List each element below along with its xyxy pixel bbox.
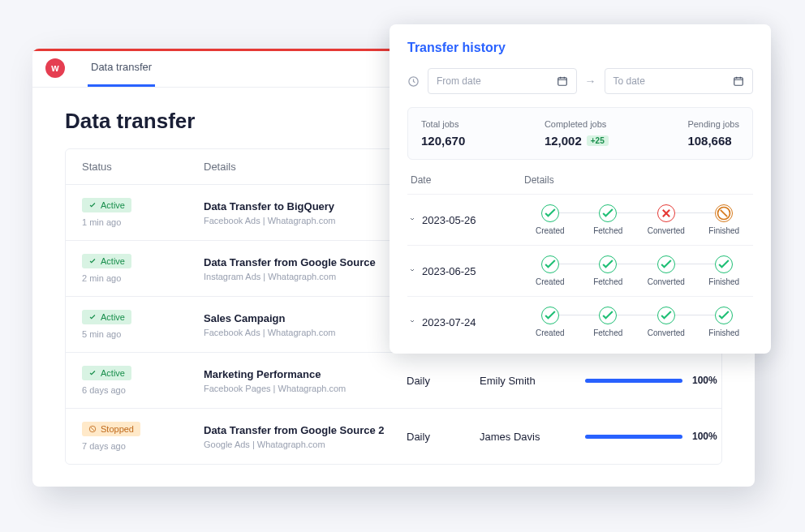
from-date-placeholder: From date [437,75,481,87]
clock-icon [407,75,420,88]
to-date-input[interactable]: To date [605,68,754,94]
chevron-down-icon[interactable] [407,315,422,329]
check-icon [599,204,617,222]
step-label: Created [536,277,565,286]
status-badge: Active [82,310,131,324]
status-ago: 2 min ago [82,273,121,283]
status-badge: Active [82,366,131,380]
history-header: Date Details [407,169,753,194]
svg-rect-3 [734,78,743,85]
step-label: Converted [648,328,685,337]
step-created: Created [521,255,579,286]
step-label: Finished [708,226,739,235]
row-progress: 100% [585,375,739,386]
stat-pending-label: Pending jobs [687,119,739,129]
chevron-down-icon[interactable] [407,264,422,278]
stat-pending-value: 108,668 [687,134,739,148]
history-col-details: Details [524,174,750,186]
status-badge: Stopped [82,422,140,436]
table-row[interactable]: Active6 days agoMarketing PerformanceFac… [66,352,721,408]
transfer-history-panel: Transfer history From date → To date Tot… [390,24,771,354]
stat-pending: Pending jobs 108,668 [687,119,739,148]
history-steps: CreatedFetchedConvertedFinished [521,255,753,286]
row-subtitle: Google Ads | Whatagraph.com [204,440,407,449]
status-ago: 7 days ago [82,441,126,451]
row-frequency: Daily [407,375,480,387]
row-title: Data Transfer from Google Source [204,256,407,268]
row-title: Data Transfer to BigQuery [204,200,407,212]
step-finished: Finished [695,307,754,337]
step-label: Created [536,328,565,337]
row-subtitle: Instagram Ads | Whatagraph.com [204,272,407,281]
panel-title: Transfer history [407,41,753,55]
check-icon [541,307,559,324]
row-subtitle: Facebook Ads | Whatagraph.com [204,216,407,225]
status-ago: 5 min ago [82,329,121,339]
check-icon [599,255,617,273]
history-row[interactable]: 2023-06-25CreatedFetchedConvertedFinishe… [407,245,753,296]
history-row[interactable]: 2023-05-26CreatedFetchedConvertedFinishe… [407,194,753,245]
step-finished: Finished [695,204,754,235]
date-range-row: From date → To date [407,68,753,94]
stat-completed-delta: +25 [587,135,609,146]
history-date: 2023-07-24 [422,316,521,328]
row-creator: James Davis [480,431,585,443]
status-ago: 6 days ago [82,385,126,395]
history-date: 2023-06-25 [422,265,521,277]
history-date: 2023-05-26 [422,214,521,226]
step-label: Finished [708,277,739,286]
pending-icon [715,204,733,222]
from-date-input[interactable]: From date [428,68,577,94]
status-badge: Active [82,254,131,268]
row-creator: Emily Smith [480,375,585,387]
step-label: Converted [648,226,685,235]
progress-pct: 100% [692,375,717,386]
history-steps: CreatedFetchedConvertedFinished [521,204,753,235]
step-label: Converted [648,277,685,286]
check-icon [599,307,617,324]
check-icon [541,204,559,222]
progress-pct: 100% [692,431,717,442]
table-row[interactable]: Stopped7 days agoData Transfer from Goog… [66,408,721,464]
svg-rect-2 [557,78,566,85]
check-icon [715,255,733,273]
row-progress: 100% [585,431,739,442]
x-icon [657,204,675,222]
progress-bar [585,435,682,439]
row-title: Marketing Performance [204,368,407,380]
chevron-down-icon[interactable] [407,212,422,227]
step-label: Fetched [593,328,622,337]
step-finished: Finished [695,255,754,286]
calendar-icon [557,75,568,87]
history-row[interactable]: 2023-07-24CreatedFetchedConvertedFinishe… [407,296,753,347]
history-col-date: Date [411,174,524,186]
tab-data-transfer[interactable]: Data transfer [88,49,155,87]
step-created: Created [521,204,579,235]
row-title: Data Transfer from Google Source 2 [204,424,407,436]
check-icon [657,255,675,273]
step-label: Created [536,226,565,235]
col-details: Details [204,161,407,173]
progress-bar [585,379,682,383]
stat-total: Total jobs 120,670 [421,119,465,148]
step-label: Fetched [593,226,622,235]
step-fetched: Fetched [579,255,638,286]
calendar-icon [733,75,744,87]
stat-completed-value: 12,002 +25 [545,134,609,148]
check-icon [715,307,733,324]
app-logo [45,58,65,78]
stats-box: Total jobs 120,670 Completed jobs 12,002… [407,107,753,160]
row-frequency: Daily [407,431,480,443]
step-created: Created [521,307,579,337]
stat-completed-number: 12,002 [545,134,582,148]
to-date-placeholder: To date [613,75,645,87]
step-label: Finished [708,328,739,337]
history-steps: CreatedFetchedConvertedFinished [521,307,753,337]
stat-completed: Completed jobs 12,002 +25 [545,119,609,148]
stat-total-value: 120,670 [421,134,465,148]
row-subtitle: Facebook Pages | Whatagraph.com [204,384,407,393]
arrow-right-icon: → [585,75,596,88]
stat-total-label: Total jobs [421,119,465,129]
step-converted: Converted [637,204,695,235]
col-status: Status [82,161,204,173]
